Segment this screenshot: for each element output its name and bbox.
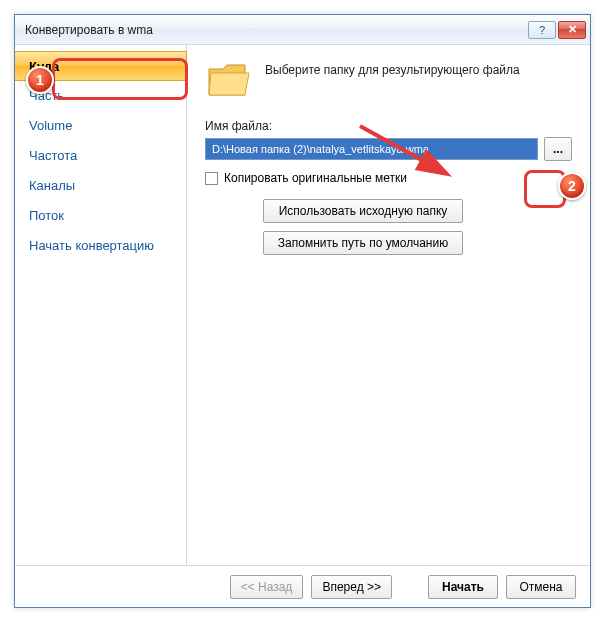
sidebar-item-start-conversion[interactable]: Начать конвертацию	[15, 231, 186, 261]
annotation-marker-1: 1	[26, 66, 54, 94]
sidebar-item-frequency[interactable]: Частота	[15, 141, 186, 171]
heading-text: Выберите папку для результирующего файла	[265, 59, 520, 79]
sidebar-item-channels[interactable]: Каналы	[15, 171, 186, 201]
window-title: Конвертировать в wma	[25, 23, 526, 37]
content-area: Куда Часть Volume Частота Каналы Поток Н…	[15, 45, 590, 565]
filename-label: Имя файла:	[205, 119, 572, 133]
copy-tags-row[interactable]: Копировать оригинальные метки	[205, 171, 572, 185]
help-button[interactable]: ?	[528, 21, 556, 39]
filename-input[interactable]	[205, 138, 538, 160]
titlebar: Конвертировать в wma ? ✕	[15, 15, 590, 45]
main-panel: Выберите папку для результирующего файла…	[187, 45, 590, 565]
sidebar-item-stream[interactable]: Поток	[15, 201, 186, 231]
sidebar-item-volume[interactable]: Volume	[15, 111, 186, 141]
forward-button[interactable]: Вперед >>	[311, 575, 392, 599]
copy-tags-label: Копировать оригинальные метки	[224, 171, 407, 185]
sidebar: Куда Часть Volume Частота Каналы Поток Н…	[15, 45, 187, 565]
footer: << Назад Вперед >> Начать Отмена	[15, 565, 590, 607]
remember-default-button[interactable]: Запомнить путь по умолчанию	[263, 231, 463, 255]
close-button[interactable]: ✕	[558, 21, 586, 39]
back-button: << Назад	[230, 575, 304, 599]
start-button[interactable]: Начать	[428, 575, 498, 599]
cancel-button[interactable]: Отмена	[506, 575, 576, 599]
annotation-marker-2: 2	[558, 172, 586, 200]
copy-tags-checkbox[interactable]	[205, 172, 218, 185]
dialog-window: Конвертировать в wma ? ✕ Куда Часть Volu…	[14, 14, 591, 608]
folder-icon	[205, 59, 253, 101]
heading-row: Выберите папку для результирующего файла	[205, 59, 572, 101]
path-row: ...	[205, 137, 572, 161]
browse-button[interactable]: ...	[544, 137, 572, 161]
use-source-folder-button[interactable]: Использовать исходную папку	[263, 199, 463, 223]
